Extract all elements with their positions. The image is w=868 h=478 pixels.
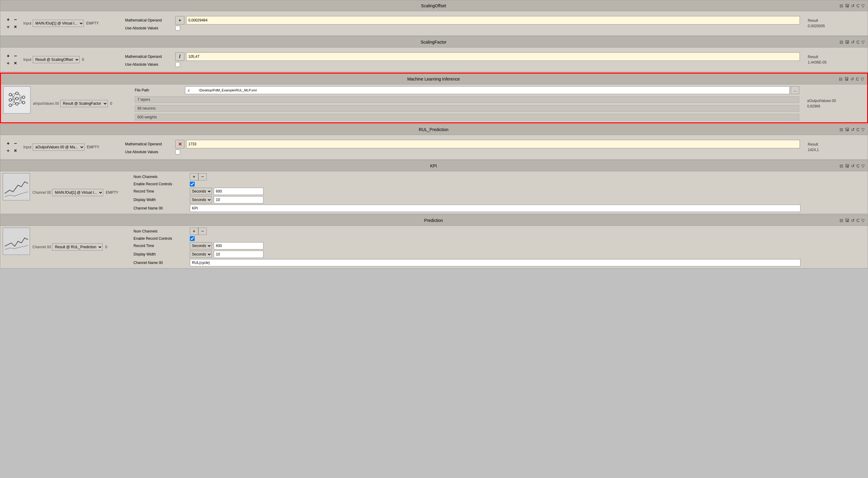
prediction-body: Channel 00 Result @ RUL_Prediction 0 Num… bbox=[0, 226, 868, 268]
ml-inference-title: Machine Learning Inference bbox=[28, 76, 839, 82]
plus-icon[interactable]: + bbox=[5, 17, 11, 23]
num-channels-plus[interactable]: + bbox=[190, 173, 198, 181]
use-absolute-checkbox[interactable] bbox=[175, 26, 180, 31]
pred-enable-record-checkbox[interactable] bbox=[190, 236, 195, 241]
rul-use-absolute-checkbox[interactable] bbox=[175, 150, 180, 154]
sf-input-label: Input bbox=[23, 58, 31, 62]
rul-input-dropdown[interactable]: aOutputValues 00 @ Ma... bbox=[33, 144, 85, 151]
filepath-input[interactable] bbox=[185, 86, 789, 94]
scaling-factor-result: Result 1,4436E-05 bbox=[805, 49, 865, 70]
pred-record-time-value[interactable] bbox=[214, 242, 264, 250]
use-absolute-label: Use Absolute Values bbox=[125, 26, 174, 30]
icon-dropdown[interactable]: ▽ bbox=[861, 3, 865, 8]
kpi-title: KPI bbox=[28, 163, 840, 168]
minus-icon-sf[interactable]: − bbox=[12, 53, 19, 59]
record-time-value[interactable] bbox=[214, 188, 264, 195]
times-icon-rul[interactable]: × bbox=[12, 148, 19, 154]
pred-num-channels-label: Num Channels bbox=[133, 229, 188, 233]
rul-prediction-section: RUL_Prediction ⊟ 🖫 ↺ C ▽ + − ÷ × Inpu bbox=[0, 124, 868, 160]
kpi-config-section: Num Channels + − Enable Record Controls … bbox=[132, 173, 802, 212]
icon-monitor-sf[interactable]: ⊟ bbox=[840, 40, 843, 44]
icon-dropdown-ml[interactable]: ▽ bbox=[861, 76, 864, 82]
display-width-value[interactable] bbox=[214, 196, 264, 203]
icon-settings[interactable]: C bbox=[857, 3, 860, 8]
ml-output-label: aOutputValues 00 bbox=[807, 99, 865, 103]
pred-num-channels-plus[interactable]: + bbox=[190, 228, 198, 235]
record-time-unit-select[interactable]: Seconds bbox=[190, 188, 212, 195]
weights-info: 600 weights bbox=[135, 114, 799, 121]
icon-settings-rul[interactable]: C bbox=[857, 127, 860, 132]
minus-icon[interactable]: − bbox=[12, 17, 19, 23]
icon-dropdown-pred[interactable]: ▽ bbox=[861, 218, 865, 223]
times-icon[interactable]: × bbox=[12, 24, 19, 30]
sf-use-absolute-checkbox[interactable] bbox=[175, 62, 180, 67]
icon-monitor-rul[interactable]: ⊟ bbox=[840, 127, 843, 132]
scaling-factor-body: + − ÷ × Input Result @ ScalingOffset 0 M… bbox=[0, 47, 868, 72]
display-width-unit-select[interactable]: Seconds bbox=[190, 196, 212, 203]
divide-icon[interactable]: ÷ bbox=[5, 24, 11, 30]
icon-monitor[interactable]: ⊟ bbox=[840, 3, 843, 8]
plus-icon-sf[interactable]: + bbox=[5, 53, 11, 59]
scaling-offset-result: Result 0,0020005 bbox=[805, 13, 865, 34]
icon-save-sf[interactable]: 🖫 bbox=[845, 40, 849, 44]
pred-display-width-unit-select[interactable]: Seconds bbox=[190, 251, 212, 258]
icon-monitor-pred[interactable]: ⊟ bbox=[840, 218, 843, 223]
icon-refresh-ml[interactable]: ↺ bbox=[850, 76, 854, 82]
input-label: Input bbox=[23, 21, 31, 25]
icon-dropdown-rul[interactable]: ▽ bbox=[861, 127, 865, 132]
icon-save[interactable]: 🖫 bbox=[845, 3, 849, 8]
ml-input-dropdown[interactable]: Result @ ScalingFactor bbox=[60, 100, 108, 107]
icon-dropdown-sf[interactable]: ▽ bbox=[861, 40, 865, 44]
num-channels-minus[interactable]: − bbox=[198, 173, 207, 181]
minus-icon-rul[interactable]: − bbox=[12, 140, 19, 147]
icon-monitor-ml[interactable]: ⊟ bbox=[839, 76, 843, 82]
divide-icon-rul[interactable]: ÷ bbox=[5, 148, 11, 154]
enable-record-checkbox[interactable] bbox=[190, 182, 195, 187]
icon-save-kpi[interactable]: 🖫 bbox=[845, 163, 849, 168]
kpi-channel-dropdown[interactable]: MAIN.fOut[1] @ Virtual I... bbox=[52, 189, 103, 196]
divide-icon-sf[interactable]: ÷ bbox=[5, 60, 11, 67]
input-dropdown[interactable]: MAIN.fOut[1] @ Virtual I... bbox=[33, 20, 84, 27]
times-icon-sf[interactable]: × bbox=[12, 60, 19, 67]
channel-name-input[interactable] bbox=[190, 205, 801, 212]
plus-icon-rul[interactable]: + bbox=[5, 140, 11, 147]
math-operand-label: Mathematical Operand bbox=[125, 18, 174, 23]
icon-refresh[interactable]: ↺ bbox=[851, 3, 855, 8]
pred-display-width-value[interactable] bbox=[214, 251, 264, 258]
scaling-offset-math-icons: + − ÷ × bbox=[3, 13, 21, 34]
operand-plus-btn[interactable]: + bbox=[175, 16, 184, 25]
icon-settings-kpi[interactable]: C bbox=[857, 163, 860, 168]
icon-settings-sf[interactable]: C bbox=[857, 40, 860, 44]
icon-settings-ml[interactable]: C bbox=[856, 76, 859, 82]
browse-button[interactable]: ... bbox=[791, 86, 799, 94]
pred-num-channels-minus[interactable]: − bbox=[198, 228, 207, 235]
record-time-label: Record Time bbox=[133, 189, 188, 193]
icon-save-pred[interactable]: 🖫 bbox=[845, 218, 849, 223]
prediction-input-section: Channel 00 Result @ RUL_Prediction 0 bbox=[32, 228, 129, 266]
pred-record-time-unit-select[interactable]: Seconds bbox=[190, 242, 212, 250]
svg-point-4 bbox=[16, 97, 19, 100]
pred-channel-name-input[interactable] bbox=[190, 259, 801, 266]
pred-channel-dropdown[interactable]: Result @ RUL_Prediction bbox=[52, 244, 103, 251]
rul-math-value-input[interactable] bbox=[186, 140, 800, 148]
icon-dropdown-kpi[interactable]: ▽ bbox=[861, 163, 865, 168]
scaling-factor-math-icons: + − ÷ × bbox=[3, 49, 21, 70]
rul-math-operand-label: Mathematical Operand bbox=[125, 142, 174, 146]
icon-refresh-kpi[interactable]: ↺ bbox=[851, 163, 855, 168]
icon-save-rul[interactable]: 🖫 bbox=[845, 127, 849, 132]
icon-refresh-sf[interactable]: ↺ bbox=[851, 40, 855, 44]
scaling-offset-icons: ⊟ 🖫 ↺ C ▽ bbox=[840, 3, 865, 8]
scaling-factor-icons: ⊟ 🖫 ↺ C ▽ bbox=[840, 40, 865, 44]
ml-input-section: aInputValues 00 Result @ ScalingFactor 0 bbox=[33, 86, 130, 121]
icon-monitor-kpi[interactable]: ⊟ bbox=[840, 163, 843, 168]
math-value-input[interactable]: 0,00029484 bbox=[186, 16, 800, 25]
icon-refresh-pred[interactable]: ↺ bbox=[851, 218, 855, 223]
icon-settings-pred[interactable]: C bbox=[857, 218, 860, 223]
pred-channel-label: Channel 00 bbox=[32, 245, 51, 249]
operand-cross-btn[interactable]: ✕ bbox=[175, 140, 184, 148]
operand-divide-btn[interactable]: / bbox=[175, 52, 184, 61]
sf-input-dropdown[interactable]: Result @ ScalingOffset bbox=[33, 56, 80, 63]
icon-save-ml[interactable]: 🖫 bbox=[844, 76, 848, 82]
icon-refresh-rul[interactable]: ↺ bbox=[851, 127, 855, 132]
sf-math-value-input[interactable] bbox=[186, 52, 800, 61]
